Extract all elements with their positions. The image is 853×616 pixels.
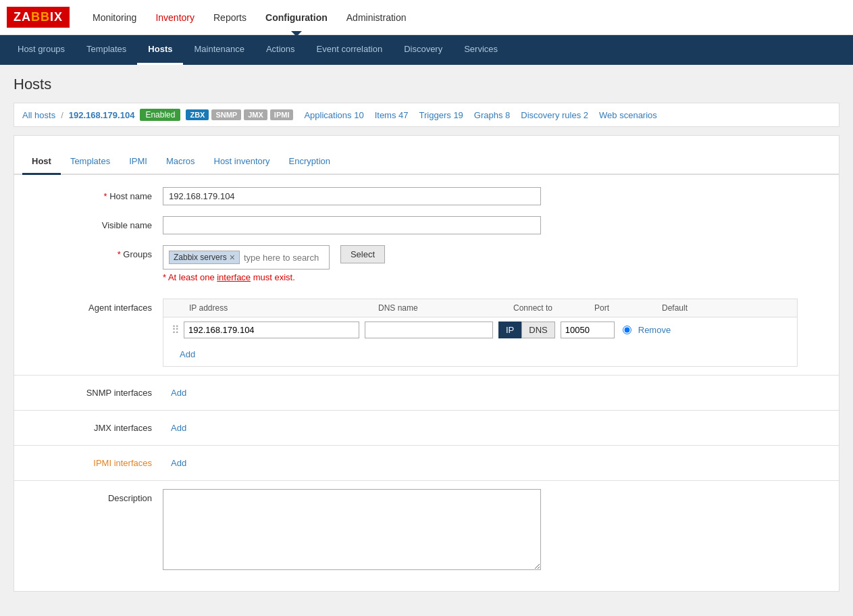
agent-interfaces-label: Agent interfaces	[28, 299, 163, 313]
proto-jmx: JMX	[244, 109, 267, 120]
description-textarea[interactable]	[163, 489, 541, 570]
tab-bar: Host Templates IPMI Macros Host inventor…	[14, 149, 839, 175]
ip-address-header: IP address	[189, 303, 378, 313]
form-container: Host Templates IPMI Macros Host inventor…	[14, 135, 839, 592]
top-nav: ZABBIX Monitoring Inventory Reports Conf…	[0, 0, 853, 35]
description-label: Description	[28, 489, 163, 503]
groups-label: Groups	[28, 245, 163, 259]
groups-row: Groups Zabbix servers × Select * At leas…	[14, 240, 839, 288]
breadcrumb-separator: /	[61, 110, 63, 120]
subnav-host-groups[interactable]: Host groups	[7, 35, 76, 65]
tab-encryption[interactable]: Encryption	[280, 149, 340, 175]
visible-name-field	[163, 216, 825, 234]
agent-ip-input[interactable]	[184, 322, 359, 338]
sub-nav: Host groups Templates Hosts Maintenance …	[0, 35, 853, 65]
subnav-hosts[interactable]: Hosts	[137, 35, 183, 65]
connect-ip-button[interactable]: IP	[498, 322, 521, 338]
snmp-interfaces-label: SNMP interfaces	[28, 384, 163, 398]
tab-host[interactable]: Host	[22, 149, 61, 175]
proto-ipmi: IPMI	[270, 109, 294, 120]
logo: ZABBIX	[7, 7, 70, 28]
groups-select-button[interactable]: Select	[340, 245, 385, 263]
nav-reports[interactable]: Reports	[204, 1, 256, 34]
visible-name-row: Visible name	[14, 211, 839, 240]
host-name-row: Host name	[14, 182, 839, 211]
subnav-services[interactable]: Services	[453, 35, 509, 65]
jmx-interfaces-field: Add	[163, 419, 825, 437]
subnav-actions[interactable]: Actions	[255, 35, 306, 65]
groups-field-container: Zabbix servers × Select * At least one i…	[163, 245, 825, 282]
agent-port-input[interactable]	[561, 322, 615, 338]
agent-dns-input[interactable]	[365, 322, 493, 338]
interface-header: IP address DNS name Connect to Port Defa…	[163, 299, 797, 317]
stat-triggers[interactable]: Triggers 19	[419, 110, 463, 120]
breadcrumb-current-host[interactable]: 192.168.179.104	[69, 110, 135, 120]
default-header: Default	[662, 303, 688, 313]
group-tag-zabbix-servers: Zabbix servers ×	[169, 251, 240, 264]
groups-search-input[interactable]	[242, 251, 324, 264]
snmp-add-link[interactable]: Add	[163, 384, 195, 402]
nav-configuration[interactable]: Configuration	[256, 1, 337, 34]
protocol-badges: ZBX SNMP JMX IPMI	[186, 109, 293, 120]
stat-items[interactable]: Items 47	[375, 110, 409, 120]
page-title: Hosts	[14, 76, 839, 93]
jmx-add-link[interactable]: Add	[163, 419, 195, 437]
nav-monitoring[interactable]: Monitoring	[83, 1, 146, 34]
host-name-input[interactable]	[163, 187, 541, 205]
connect-dns-button[interactable]: DNS	[521, 322, 554, 338]
proto-zbx: ZBX	[186, 109, 209, 120]
subnav-maintenance[interactable]: Maintenance	[183, 35, 255, 65]
tab-host-inventory[interactable]: Host inventory	[205, 149, 280, 175]
tab-templates[interactable]: Templates	[61, 149, 120, 175]
tab-macros[interactable]: Macros	[157, 149, 205, 175]
connect-to-header: Connect to	[513, 303, 594, 313]
subnav-discovery[interactable]: Discovery	[393, 35, 453, 65]
group-tag-remove[interactable]: ×	[230, 253, 235, 262]
default-radio[interactable]	[623, 326, 631, 334]
agent-interfaces-field: IP address DNS name Connect to Port Defa…	[163, 299, 825, 367]
description-field	[163, 489, 825, 572]
drag-handle-icon[interactable]: ⠿	[172, 324, 180, 336]
stat-discovery-rules[interactable]: Discovery rules 2	[521, 110, 588, 120]
page-content: Hosts All hosts / 192.168.179.104 Enable…	[0, 65, 853, 616]
breadcrumb-bar: All hosts / 192.168.179.104 Enabled ZBX …	[14, 103, 839, 127]
jmx-interfaces-label: JMX interfaces	[28, 419, 163, 433]
host-name-field	[163, 187, 825, 205]
connect-group: IP DNS	[498, 322, 555, 338]
stat-graphs[interactable]: Graphs 8	[474, 110, 511, 120]
validation-message: * At least one interface must exist.	[163, 272, 825, 282]
status-badge: Enabled	[140, 109, 180, 121]
snmp-interfaces-row: SNMP interfaces Add	[14, 378, 839, 407]
nav-administration[interactable]: Administration	[337, 1, 416, 34]
remove-interface-link[interactable]: Remove	[638, 325, 671, 335]
top-nav-links: Monitoring Inventory Reports Configurati…	[83, 1, 415, 34]
dns-name-header: DNS name	[378, 303, 513, 313]
proto-snmp: SNMP	[211, 109, 241, 120]
breadcrumb-all-hosts[interactable]: All hosts	[22, 110, 55, 120]
subnav-event-correlation[interactable]: Event correlation	[306, 35, 394, 65]
stat-web-scenarios[interactable]: Web scenarios	[599, 110, 657, 120]
interface-link: interface	[217, 272, 251, 282]
subnav-templates[interactable]: Templates	[76, 35, 137, 65]
ipmi-interfaces-field: Add	[163, 454, 825, 472]
ipmi-interfaces-row: IPMI interfaces Add	[14, 448, 839, 478]
interface-row: ⠿ IP DNS Remove	[163, 317, 797, 342]
port-header: Port	[594, 303, 662, 313]
nav-inventory[interactable]: Inventory	[146, 1, 204, 34]
tab-ipmi[interactable]: IPMI	[120, 149, 157, 175]
ipmi-add-link[interactable]: Add	[163, 454, 195, 472]
agent-interfaces-row: Agent interfaces IP address DNS name Con…	[14, 293, 839, 372]
agent-add-link[interactable]: Add	[172, 345, 203, 363]
description-row: Description	[14, 484, 839, 578]
jmx-interfaces-row: JMX interfaces Add	[14, 413, 839, 442]
visible-name-label: Visible name	[28, 216, 163, 230]
agent-add-row: Add	[163, 342, 797, 366]
agent-interface-section: IP address DNS name Connect to Port Defa…	[163, 299, 798, 367]
host-name-label: Host name	[28, 187, 163, 201]
groups-field[interactable]: Zabbix servers ×	[163, 245, 330, 270]
snmp-interfaces-field: Add	[163, 384, 825, 402]
stat-applications[interactable]: Applications 10	[304, 110, 363, 120]
visible-name-input[interactable]	[163, 216, 541, 234]
ipmi-interfaces-label: IPMI interfaces	[28, 454, 163, 468]
